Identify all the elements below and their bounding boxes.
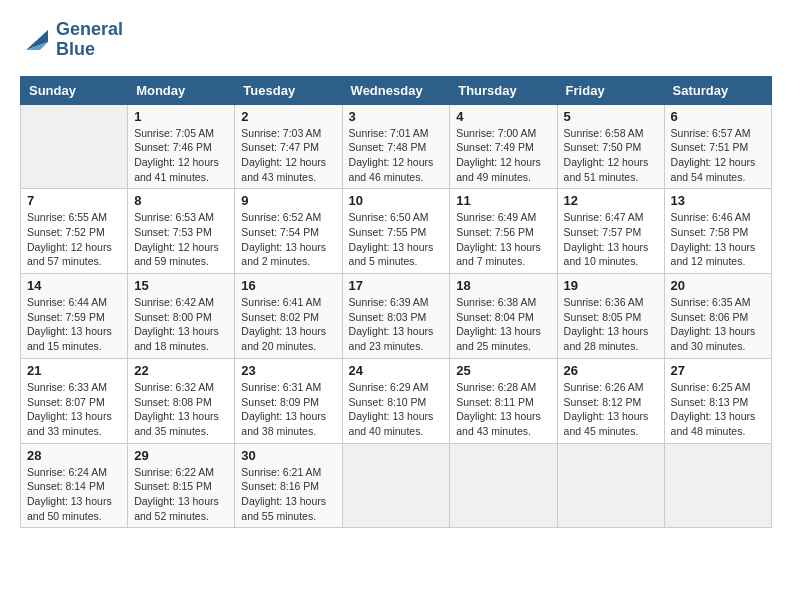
day-number: 20 — [671, 278, 765, 293]
day-number: 2 — [241, 109, 335, 124]
day-number: 14 — [27, 278, 121, 293]
day-number: 23 — [241, 363, 335, 378]
calendar-cell: 22Sunrise: 6:32 AM Sunset: 8:08 PM Dayli… — [128, 358, 235, 443]
calendar-cell: 15Sunrise: 6:42 AM Sunset: 8:00 PM Dayli… — [128, 274, 235, 359]
day-number: 8 — [134, 193, 228, 208]
week-row-4: 21Sunrise: 6:33 AM Sunset: 8:07 PM Dayli… — [21, 358, 772, 443]
day-number: 29 — [134, 448, 228, 463]
day-number: 18 — [456, 278, 550, 293]
day-info: Sunrise: 6:41 AM Sunset: 8:02 PM Dayligh… — [241, 295, 335, 354]
page-header: General Blue — [20, 20, 772, 60]
day-number: 1 — [134, 109, 228, 124]
day-info: Sunrise: 7:00 AM Sunset: 7:49 PM Dayligh… — [456, 126, 550, 185]
calendar-cell: 4Sunrise: 7:00 AM Sunset: 7:49 PM Daylig… — [450, 104, 557, 189]
weekday-friday: Friday — [557, 76, 664, 104]
logo-blue: Blue — [56, 40, 123, 60]
day-info: Sunrise: 6:58 AM Sunset: 7:50 PM Dayligh… — [564, 126, 658, 185]
day-number: 30 — [241, 448, 335, 463]
day-info: Sunrise: 6:25 AM Sunset: 8:13 PM Dayligh… — [671, 380, 765, 439]
calendar-cell: 12Sunrise: 6:47 AM Sunset: 7:57 PM Dayli… — [557, 189, 664, 274]
day-number: 9 — [241, 193, 335, 208]
day-number: 28 — [27, 448, 121, 463]
day-number: 4 — [456, 109, 550, 124]
calendar-cell: 18Sunrise: 6:38 AM Sunset: 8:04 PM Dayli… — [450, 274, 557, 359]
logo: General Blue — [20, 20, 123, 60]
day-info: Sunrise: 7:03 AM Sunset: 7:47 PM Dayligh… — [241, 126, 335, 185]
weekday-wednesday: Wednesday — [342, 76, 450, 104]
logo-general: General — [56, 20, 123, 40]
calendar-table: SundayMondayTuesdayWednesdayThursdayFrid… — [20, 76, 772, 529]
day-number: 3 — [349, 109, 444, 124]
day-info: Sunrise: 6:36 AM Sunset: 8:05 PM Dayligh… — [564, 295, 658, 354]
weekday-header-row: SundayMondayTuesdayWednesdayThursdayFrid… — [21, 76, 772, 104]
calendar-cell: 1Sunrise: 7:05 AM Sunset: 7:46 PM Daylig… — [128, 104, 235, 189]
calendar-cell: 6Sunrise: 6:57 AM Sunset: 7:51 PM Daylig… — [664, 104, 771, 189]
day-info: Sunrise: 6:38 AM Sunset: 8:04 PM Dayligh… — [456, 295, 550, 354]
day-info: Sunrise: 6:24 AM Sunset: 8:14 PM Dayligh… — [27, 465, 121, 524]
day-number: 7 — [27, 193, 121, 208]
calendar-cell: 30Sunrise: 6:21 AM Sunset: 8:16 PM Dayli… — [235, 443, 342, 528]
day-number: 17 — [349, 278, 444, 293]
day-info: Sunrise: 6:33 AM Sunset: 8:07 PM Dayligh… — [27, 380, 121, 439]
day-number: 15 — [134, 278, 228, 293]
day-number: 22 — [134, 363, 228, 378]
day-number: 25 — [456, 363, 550, 378]
day-number: 11 — [456, 193, 550, 208]
calendar-cell: 7Sunrise: 6:55 AM Sunset: 7:52 PM Daylig… — [21, 189, 128, 274]
calendar-cell — [342, 443, 450, 528]
calendar-cell: 14Sunrise: 6:44 AM Sunset: 7:59 PM Dayli… — [21, 274, 128, 359]
day-info: Sunrise: 6:21 AM Sunset: 8:16 PM Dayligh… — [241, 465, 335, 524]
day-number: 19 — [564, 278, 658, 293]
calendar-body: 1Sunrise: 7:05 AM Sunset: 7:46 PM Daylig… — [21, 104, 772, 528]
calendar-cell: 9Sunrise: 6:52 AM Sunset: 7:54 PM Daylig… — [235, 189, 342, 274]
day-info: Sunrise: 6:50 AM Sunset: 7:55 PM Dayligh… — [349, 210, 444, 269]
calendar-cell: 2Sunrise: 7:03 AM Sunset: 7:47 PM Daylig… — [235, 104, 342, 189]
calendar-cell: 21Sunrise: 6:33 AM Sunset: 8:07 PM Dayli… — [21, 358, 128, 443]
day-info: Sunrise: 6:22 AM Sunset: 8:15 PM Dayligh… — [134, 465, 228, 524]
day-info: Sunrise: 6:47 AM Sunset: 7:57 PM Dayligh… — [564, 210, 658, 269]
weekday-monday: Monday — [128, 76, 235, 104]
weekday-sunday: Sunday — [21, 76, 128, 104]
calendar-cell — [557, 443, 664, 528]
week-row-5: 28Sunrise: 6:24 AM Sunset: 8:14 PM Dayli… — [21, 443, 772, 528]
day-number: 6 — [671, 109, 765, 124]
day-info: Sunrise: 6:39 AM Sunset: 8:03 PM Dayligh… — [349, 295, 444, 354]
day-number: 24 — [349, 363, 444, 378]
calendar-cell: 10Sunrise: 6:50 AM Sunset: 7:55 PM Dayli… — [342, 189, 450, 274]
day-info: Sunrise: 6:35 AM Sunset: 8:06 PM Dayligh… — [671, 295, 765, 354]
day-info: Sunrise: 6:26 AM Sunset: 8:12 PM Dayligh… — [564, 380, 658, 439]
day-info: Sunrise: 6:28 AM Sunset: 8:11 PM Dayligh… — [456, 380, 550, 439]
calendar-cell: 5Sunrise: 6:58 AM Sunset: 7:50 PM Daylig… — [557, 104, 664, 189]
day-info: Sunrise: 6:44 AM Sunset: 7:59 PM Dayligh… — [27, 295, 121, 354]
day-number: 27 — [671, 363, 765, 378]
calendar-cell: 27Sunrise: 6:25 AM Sunset: 8:13 PM Dayli… — [664, 358, 771, 443]
day-info: Sunrise: 6:32 AM Sunset: 8:08 PM Dayligh… — [134, 380, 228, 439]
calendar-cell: 20Sunrise: 6:35 AM Sunset: 8:06 PM Dayli… — [664, 274, 771, 359]
day-info: Sunrise: 6:42 AM Sunset: 8:00 PM Dayligh… — [134, 295, 228, 354]
calendar-cell: 23Sunrise: 6:31 AM Sunset: 8:09 PM Dayli… — [235, 358, 342, 443]
day-number: 26 — [564, 363, 658, 378]
calendar-cell: 16Sunrise: 6:41 AM Sunset: 8:02 PM Dayli… — [235, 274, 342, 359]
week-row-3: 14Sunrise: 6:44 AM Sunset: 7:59 PM Dayli… — [21, 274, 772, 359]
week-row-2: 7Sunrise: 6:55 AM Sunset: 7:52 PM Daylig… — [21, 189, 772, 274]
day-number: 13 — [671, 193, 765, 208]
calendar-cell — [450, 443, 557, 528]
day-number: 21 — [27, 363, 121, 378]
weekday-thursday: Thursday — [450, 76, 557, 104]
day-number: 5 — [564, 109, 658, 124]
calendar-cell: 25Sunrise: 6:28 AM Sunset: 8:11 PM Dayli… — [450, 358, 557, 443]
day-info: Sunrise: 6:55 AM Sunset: 7:52 PM Dayligh… — [27, 210, 121, 269]
day-info: Sunrise: 6:57 AM Sunset: 7:51 PM Dayligh… — [671, 126, 765, 185]
day-info: Sunrise: 6:46 AM Sunset: 7:58 PM Dayligh… — [671, 210, 765, 269]
day-number: 12 — [564, 193, 658, 208]
day-info: Sunrise: 7:05 AM Sunset: 7:46 PM Dayligh… — [134, 126, 228, 185]
day-info: Sunrise: 7:01 AM Sunset: 7:48 PM Dayligh… — [349, 126, 444, 185]
logo-graphic — [20, 26, 52, 54]
calendar-cell: 26Sunrise: 6:26 AM Sunset: 8:12 PM Dayli… — [557, 358, 664, 443]
calendar-cell: 11Sunrise: 6:49 AM Sunset: 7:56 PM Dayli… — [450, 189, 557, 274]
day-info: Sunrise: 6:29 AM Sunset: 8:10 PM Dayligh… — [349, 380, 444, 439]
calendar-cell — [664, 443, 771, 528]
calendar-cell: 8Sunrise: 6:53 AM Sunset: 7:53 PM Daylig… — [128, 189, 235, 274]
day-number: 10 — [349, 193, 444, 208]
calendar-cell: 29Sunrise: 6:22 AM Sunset: 8:15 PM Dayli… — [128, 443, 235, 528]
